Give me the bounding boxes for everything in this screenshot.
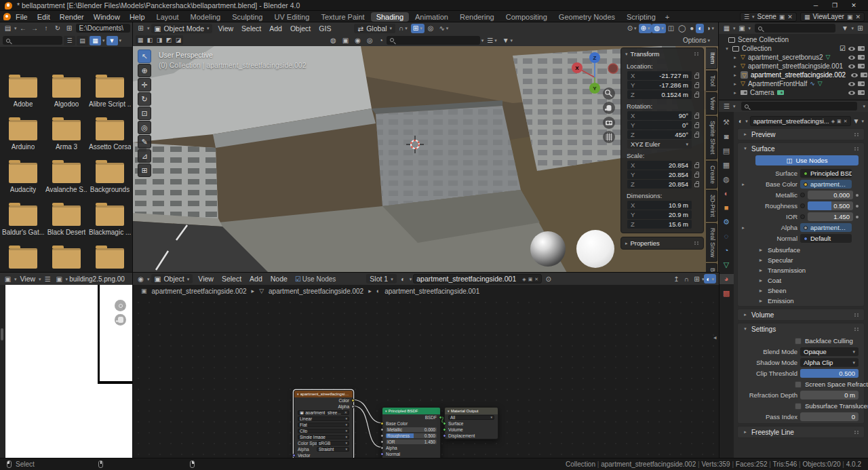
shield-icon[interactable]: ◈ xyxy=(522,277,526,281)
viewport-tool-button[interactable]: ⊕ xyxy=(138,64,151,77)
base-color-input-socket[interactable] xyxy=(380,422,384,425)
rotation-y-field[interactable]: Y0° xyxy=(627,121,692,130)
shader-menu-item[interactable]: Add xyxy=(245,275,267,283)
dimensions-z-field[interactable]: Z15.6 m xyxy=(627,220,692,229)
select-mode-button[interactable]: ◩ xyxy=(164,35,174,45)
folder-item[interactable] xyxy=(88,245,132,273)
transform-orientation-dropdown[interactable]: ⇄ Global ▾ xyxy=(354,24,395,33)
image-datablock-field[interactable]: ▣apartment_stree...✕ xyxy=(298,410,349,415)
editor-type-icon[interactable]: ⊞ xyxy=(136,24,146,32)
forward-button[interactable]: → xyxy=(30,24,40,32)
properties-search-input[interactable] xyxy=(741,102,858,111)
shader-menu-item[interactable]: View xyxy=(194,275,218,283)
properties-tab[interactable]: ■ xyxy=(719,203,734,213)
image-icon[interactable]: ▣ xyxy=(54,275,64,283)
material-icon[interactable]: ◐ xyxy=(398,275,408,283)
workspace-tab[interactable]: Texture Paint xyxy=(315,12,370,22)
viewport-search-input[interactable] xyxy=(387,36,480,45)
expand-icon[interactable]: ▸ xyxy=(741,225,746,231)
sidebar-tab[interactable]: Sprite Sheet xyxy=(706,116,717,159)
shader-menu-item[interactable]: Node xyxy=(267,275,292,283)
chevron-down-icon[interactable]: ▾ xyxy=(481,38,484,43)
viewport-tool-button[interactable]: ⊡ xyxy=(138,106,151,120)
use-nodes-button[interactable]: ◫Use Nodes xyxy=(755,155,859,165)
shading-material-button[interactable]: ◐ xyxy=(696,24,704,33)
lock-icon[interactable] xyxy=(694,134,699,138)
workspace-tab[interactable]: UV Editing xyxy=(269,12,315,22)
workspace-tab[interactable]: Modeling xyxy=(185,12,226,22)
object-row[interactable]: ▸ ▽ ApartmentFrontHalf ∿ ▽ xyxy=(719,79,868,88)
disable-render-icon[interactable] xyxy=(858,46,865,51)
shader-material-field[interactable]: apartment_streetfacingside.001 ◈ ▣ ✕ xyxy=(413,274,542,283)
refraction-depth-slider[interactable]: 0 m xyxy=(800,391,859,399)
tool-settings-icon[interactable]: ◎ xyxy=(365,35,375,45)
viewport-tool-button[interactable]: ↖ xyxy=(138,50,151,63)
viewport-menu-item[interactable]: Select xyxy=(237,24,265,33)
object-row[interactable]: ▸ ▽ apartment_secretbonus2▽ xyxy=(719,53,868,62)
folder-item[interactable]: Avalanche S... xyxy=(45,159,88,194)
copy-icon[interactable]: ▣ xyxy=(837,119,842,123)
surface-shader-field[interactable]: Principled BSDF xyxy=(800,169,852,178)
workspace-tab[interactable]: Compositing xyxy=(500,12,553,22)
blender-menu-icon[interactable] xyxy=(3,13,11,20)
alpha-input-socket[interactable] xyxy=(380,446,384,450)
subsurface-translucency-checkbox[interactable]: Subsurface Translucency xyxy=(741,402,859,410)
rotation-z-field[interactable]: Z450° xyxy=(627,130,692,139)
properties-tab[interactable]: ▦ xyxy=(719,160,734,170)
alpha-output-socket[interactable] xyxy=(351,405,355,408)
disable-render-icon[interactable] xyxy=(858,55,865,60)
keyframe-dot[interactable] xyxy=(856,205,859,208)
menubar-item[interactable]: Window xyxy=(89,13,125,21)
new-scene-icon[interactable]: ▣ xyxy=(779,14,785,20)
funnel-filter-button[interactable]: ▼▾ xyxy=(500,35,515,45)
metallic-input-socket[interactable] xyxy=(380,428,384,431)
lock-icon[interactable] xyxy=(694,84,699,88)
shield-icon[interactable]: ◈ xyxy=(831,119,835,123)
properties-tab[interactable]: ⚙ xyxy=(719,217,734,227)
properties-tab[interactable]: ◔ xyxy=(719,246,734,256)
freestyle-panel[interactable]: ▸Freestyle Line xyxy=(737,426,865,438)
expand-icon[interactable]: ▸ xyxy=(741,182,746,187)
use-nodes-checkbox[interactable]: ☑Use Nodes xyxy=(293,274,338,283)
unlink-icon[interactable]: ✕ xyxy=(534,277,538,281)
material-icon[interactable]: ◐ xyxy=(738,117,743,125)
collection-row[interactable]: ▾ Collection ☑ xyxy=(719,44,868,53)
source-dropdown[interactable]: Single Image▾ xyxy=(298,435,349,439)
gizmos-button[interactable]: ⊕▾ xyxy=(639,24,652,33)
properties-tab[interactable]: ◙ xyxy=(719,132,734,142)
properties-tab[interactable]: ▽ xyxy=(719,260,734,270)
expand-icon[interactable]: ▸ xyxy=(732,81,738,87)
material-output-node[interactable]: ▾Material Output All▾ Surface Volume Dis… xyxy=(444,407,498,439)
delete-viewlayer-icon[interactable]: ✕ xyxy=(855,14,861,20)
color-output-socket[interactable] xyxy=(351,399,355,402)
collapsed-section-row[interactable]: ►Specular xyxy=(738,255,864,265)
grid-snap-icon[interactable]: ⊞ xyxy=(692,275,702,283)
preview-toggle-icon[interactable]: ◐▾ xyxy=(704,274,716,283)
sidebar-tab[interactable]: 3D-Print xyxy=(706,190,717,222)
properties-panel-collapsed[interactable]: ▸Properties xyxy=(620,237,704,250)
screen-space-refraction-checkbox[interactable]: Screen Space Refraction xyxy=(741,380,859,389)
expand-icon[interactable]: ▾ xyxy=(724,46,730,52)
shader-type-dropdown[interactable]: ▣ Object ▾ xyxy=(151,274,193,283)
properties-tab[interactable]: ◌ xyxy=(719,231,734,241)
preview-panel[interactable]: ▸Preview xyxy=(737,128,865,140)
roughness-node-slider[interactable]: Roughness0.500 xyxy=(386,433,437,438)
folder-item[interactable]: Algodoo xyxy=(45,74,88,109)
viewport-tool-button[interactable]: ⊿ xyxy=(138,149,151,163)
copy-icon[interactable]: ▣ xyxy=(528,277,533,281)
lock-icon[interactable] xyxy=(694,183,699,187)
proportional-edit-button[interactable]: ◎ xyxy=(426,24,436,33)
displacement-input-socket[interactable] xyxy=(443,434,446,437)
back-button[interactable]: ← xyxy=(18,24,28,32)
folder-item[interactable] xyxy=(45,245,88,273)
viewport-menu-item[interactable]: Add xyxy=(265,24,286,33)
sidebar-tab[interactable]: Tool xyxy=(706,71,717,92)
disable-render-icon[interactable] xyxy=(861,73,867,77)
hide-viewport-icon[interactable] xyxy=(848,91,855,95)
collapsed-section-row[interactable]: ►Subsurface xyxy=(738,245,864,255)
pass-index-slider[interactable]: 0 xyxy=(800,412,859,421)
editor-type-icon[interactable]: ▣ xyxy=(3,275,13,283)
hide-viewport-icon[interactable] xyxy=(851,73,858,77)
ior-slider[interactable]: 1.450 xyxy=(808,212,853,221)
object-visibility-button[interactable]: ⊙▾ xyxy=(625,24,639,33)
